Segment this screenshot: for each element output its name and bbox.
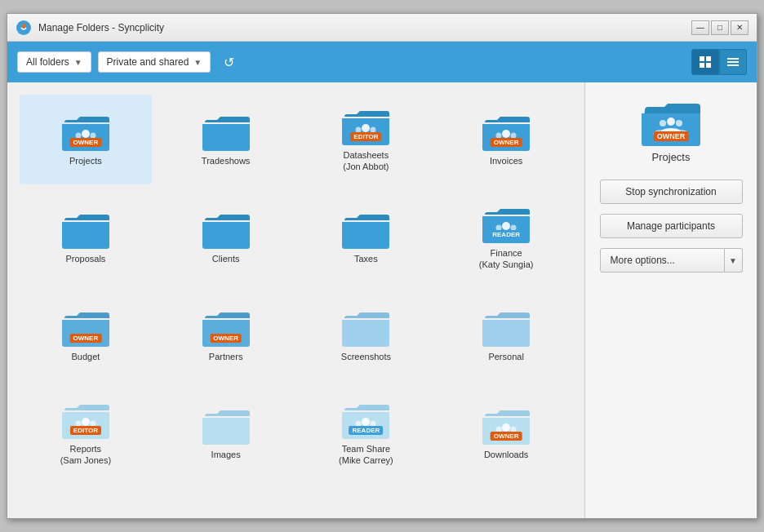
folder-name: Finance (Katy Sungia) <box>479 247 534 271</box>
folder-badge: OWNER <box>70 334 102 343</box>
grid-icon <box>699 55 712 69</box>
folder-name: Team Share (Mike Carrey) <box>339 443 393 467</box>
folder-svg <box>202 406 250 446</box>
folder-item[interactable]: Tradeshows <box>160 95 292 184</box>
svg-point-17 <box>502 222 510 230</box>
folder-badge: READER <box>349 426 383 435</box>
filter-dropdown[interactable]: All folders ▼ <box>17 51 91 73</box>
folder-item[interactable]: EDITORReports (Sam Jones) <box>20 388 152 478</box>
svg-point-29 <box>667 117 675 126</box>
window-title: Manage Folders - Syncplicity <box>38 22 164 33</box>
folder-icon-wrap: READER <box>342 401 389 440</box>
folder-name: Images <box>211 449 241 460</box>
svg-point-20 <box>82 418 90 426</box>
folder-icon-wrap: OWNER <box>62 113 109 152</box>
folder-name: Reports (Sam Jones) <box>60 443 111 467</box>
folder-svg <box>202 113 250 152</box>
view-toggle <box>691 49 747 75</box>
svg-rect-5 <box>727 58 739 60</box>
folder-icon-wrap: READER <box>482 205 530 244</box>
folder-badge: OWNER <box>491 432 522 441</box>
folder-badge: OWNER <box>491 138 522 147</box>
folder-name: Projects <box>69 155 102 166</box>
sharing-arrow-icon: ▼ <box>193 58 202 67</box>
toolbar: All folders ▼ Private and shared ▼ ↺ <box>7 42 757 82</box>
folder-icon-wrap: EDITOR <box>62 401 109 440</box>
folder-icon-wrap: OWNER <box>62 308 109 348</box>
folder-icon-wrap <box>62 211 109 250</box>
folder-item[interactable]: READERFinance (Katy Sungia) <box>440 193 572 282</box>
svg-rect-7 <box>727 64 739 66</box>
stop-sync-button[interactable]: Stop synchronization <box>600 180 743 204</box>
svg-rect-1 <box>700 56 704 61</box>
list-icon <box>726 55 740 69</box>
folder-svg <box>342 308 389 348</box>
folder-icon-wrap: OWNER <box>202 308 250 348</box>
sharing-dropdown[interactable]: Private and shared ▼ <box>98 51 211 73</box>
folder-name: Partners <box>209 351 243 362</box>
folder-name: Personal <box>488 351 523 362</box>
filter-arrow-icon: ▼ <box>74 58 82 67</box>
svg-point-11 <box>362 124 370 132</box>
grid-view-button[interactable] <box>691 49 719 75</box>
folder-badge: EDITOR <box>350 132 381 141</box>
folder-item[interactable]: Screenshots <box>300 290 433 380</box>
folder-item[interactable]: Images <box>160 388 292 478</box>
folder-name: Tradeshows <box>202 155 251 166</box>
folder-item[interactable]: READERTeam Share (Mike Carrey) <box>300 388 433 478</box>
folder-icon-wrap <box>342 308 389 348</box>
folder-item[interactable]: Clients <box>160 193 292 282</box>
folder-badge: OWNER <box>70 138 102 147</box>
main-area: OWNERProjectsTradeshowsEDITORDatasheets … <box>7 82 757 518</box>
sharing-label: Private and shared <box>107 56 189 68</box>
folder-item[interactable]: OWNERDownloads <box>440 388 572 478</box>
svg-point-23 <box>362 418 370 426</box>
sidebar-badge: OWNER <box>654 131 689 141</box>
svg-point-26 <box>502 423 510 432</box>
list-view-button[interactable] <box>719 49 747 75</box>
folder-item[interactable]: OWNERPartners <box>160 290 292 380</box>
sidebar-selected-folder: OWNER Projects <box>642 99 700 163</box>
refresh-button[interactable]: ↺ <box>217 51 241 73</box>
folder-name: Invoices <box>490 155 522 166</box>
folder-name: Proposals <box>65 253 105 264</box>
close-button[interactable]: ✕ <box>731 20 748 35</box>
folder-icon-wrap <box>482 308 530 348</box>
folder-item[interactable]: Taxes <box>300 193 433 282</box>
folder-name: Screenshots <box>341 351 391 362</box>
minimize-button[interactable]: — <box>691 20 709 35</box>
folder-item[interactable]: Personal <box>440 290 572 380</box>
folder-item[interactable]: Proposals <box>20 193 152 282</box>
folder-icon-wrap <box>202 211 250 250</box>
folder-item[interactable]: OWNERProjects <box>20 95 152 184</box>
svg-point-8 <box>82 130 90 138</box>
folder-name: Datasheets (Jon Abbot) <box>343 149 389 173</box>
folder-grid: OWNERProjectsTradeshowsEDITORDatasheets … <box>7 82 585 518</box>
folder-svg <box>342 211 389 250</box>
folder-item[interactable]: EDITORDatasheets (Jon Abbot) <box>300 95 433 184</box>
folder-icon-wrap: EDITOR <box>342 107 389 146</box>
svg-point-30 <box>660 120 666 126</box>
title-bar: Manage Folders - Syncplicity — □ ✕ <box>7 14 757 42</box>
window-controls: — □ ✕ <box>691 20 748 35</box>
folder-svg <box>482 308 530 348</box>
folder-item[interactable]: OWNERBudget <box>20 290 152 380</box>
filter-label: All folders <box>26 56 69 68</box>
more-options-arrow-button[interactable]: ▼ <box>725 248 743 273</box>
folder-item[interactable]: OWNERInvoices <box>440 95 572 184</box>
folder-icon-wrap <box>202 406 250 446</box>
title-bar-left: Manage Folders - Syncplicity <box>16 20 164 36</box>
folder-name: Clients <box>212 253 240 264</box>
app-icon <box>16 20 32 36</box>
folder-icon-wrap <box>202 113 250 152</box>
manage-participants-button[interactable]: Manage participants <box>600 214 743 238</box>
main-window: Manage Folders - Syncplicity — □ ✕ All f… <box>7 13 757 519</box>
more-options-button[interactable]: More options... <box>600 248 725 273</box>
svg-rect-4 <box>706 63 711 68</box>
folder-badge: READER <box>489 230 523 239</box>
maximize-button[interactable]: □ <box>711 20 729 35</box>
folder-name: Budget <box>71 351 100 362</box>
folder-badge: OWNER <box>210 334 242 343</box>
svg-point-14 <box>502 130 510 138</box>
svg-rect-2 <box>706 56 711 61</box>
